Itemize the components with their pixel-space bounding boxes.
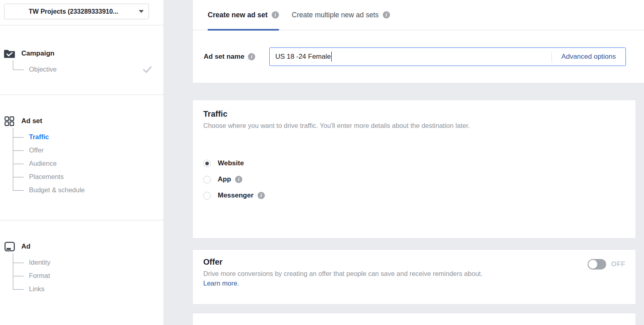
sidebar-campaign-header: Campaign [4,47,163,60]
radio-label: Website [218,159,244,167]
adset-name-row: Ad set name i US 18 -24 Female Advanced … [193,30,644,83]
sidebar-item-links[interactable]: Links [29,282,163,296]
sidebar-adset-title: Ad set [21,117,42,125]
sidebar-item-label: Objective [29,66,57,73]
text-cursor [331,51,332,62]
offer-card: Offer Drive more conversions by creating… [192,249,636,304]
radio-button-selected[interactable] [203,160,211,167]
adset-name-label: Ad set name [204,53,244,61]
sidebar-item-format[interactable]: Format [29,269,163,282]
tree-line [13,253,13,289]
sidebar-item-budget-schedule[interactable]: Budget & schedule [29,183,163,197]
sidebar-campaign-title: Campaign [21,49,54,58]
sidebar-item-label: Format [29,272,50,280]
campaign-folder-check-icon [4,49,15,58]
sidebar-item-label: Placements [29,173,64,181]
sidebar-section-ad: Ad Identity Format Links [0,241,163,296]
sidebar-item-label: Audience [29,160,57,167]
ad-tree: Identity Format Links [4,256,163,296]
next-section-card-partial [192,313,636,325]
info-icon[interactable]: i [235,176,242,183]
learn-more-link[interactable]: Learn more. [203,280,239,287]
sidebar-item-placements[interactable]: Placements [29,170,163,183]
sidebar-section-adset: Ad set Traffic Offer Audience Placements… [0,115,163,220]
radio-button[interactable] [203,192,211,200]
sidebar-section-campaign: Campaign Objective [0,47,163,95]
sidebar-item-traffic[interactable]: Traffic [29,130,163,144]
advanced-options-link[interactable]: Advanced options [552,53,625,61]
offer-toggle-state: OFF [611,260,626,268]
sidebar-item-label: Identity [29,259,50,266]
adset-name-input[interactable]: US 18 -24 Female Advanced options [269,47,626,66]
account-selector-row: TW Projects (233289333910... [0,0,163,25]
traffic-card: Traffic Choose where you want to drive t… [192,100,636,239]
info-icon[interactable]: i [248,53,255,60]
traffic-title: Traffic [203,109,625,119]
offer-toggle[interactable] [588,259,606,269]
sidebar-item-label: Links [29,285,45,293]
tab-label: Create multiple new ad sets [292,11,379,19]
info-icon[interactable]: i [272,11,279,19]
info-icon[interactable]: i [258,192,265,199]
main-panel: Create new ad set i Create multiple new … [192,0,644,325]
sidebar-item-objective[interactable]: Objective [29,63,163,76]
sidebar-ad-title: Ad [21,243,31,251]
campaign-tree: Objective [4,63,163,76]
tab-create-new-ad-set[interactable]: Create new ad set i [208,0,279,30]
chevron-down-icon [139,10,144,13]
adset-name-label-wrap: Ad set name i [204,53,269,61]
info-icon[interactable]: i [383,11,390,19]
sidebar-item-audience[interactable]: Audience [29,157,163,170]
traffic-description: Choose where you want to drive traffic. … [203,122,625,130]
sidebar-item-label: Budget & schedule [29,186,85,194]
offer-toggle-wrap: OFF [588,259,626,269]
radio-label: App [218,175,231,183]
radio-option-messenger[interactable]: Messenger i [203,187,625,204]
sidebar-adset-header: Ad set [4,115,163,127]
traffic-destination-radio-group: Website App i Messenger i [203,155,625,204]
ad-account-selector-label: TW Projects (233289333910... [11,8,136,15]
ad-screen-icon [4,242,15,251]
offer-title: Offer [203,257,625,267]
sidebar-item-label: Traffic [29,133,49,141]
sidebar-ad-header: Ad [4,241,163,253]
sidebar-item-offer[interactable]: Offer [29,144,163,157]
ad-account-selector[interactable]: TW Projects (233289333910... [4,4,149,19]
offer-description: Drive more conversions by creating an of… [203,270,625,278]
toggle-knob [588,260,597,269]
adset-grid-icon [4,116,15,126]
sidebar-item-label: Offer [29,146,43,154]
tree-line [13,60,13,70]
tab-create-multiple-new-ad-sets[interactable]: Create multiple new ad sets i [292,0,390,30]
radio-option-website[interactable]: Website [203,155,625,171]
tab-label: Create new ad set [208,11,268,19]
wizard-sidebar: TW Projects (233289333910... Campaign Ob… [0,0,163,325]
radio-label: Messenger [218,191,254,200]
adset-tree: Traffic Offer Audience Placements Budget… [4,130,163,197]
adset-name-card: Create new ad set i Create multiple new … [192,0,644,83]
sidebar-item-identity[interactable]: Identity [29,256,163,269]
radio-option-app[interactable]: App i [203,171,625,187]
step-complete-check-icon [142,66,152,75]
adset-name-value[interactable]: US 18 -24 Female [270,53,331,61]
tab-row: Create new ad set i Create multiple new … [193,0,644,30]
radio-button[interactable] [203,176,211,183]
